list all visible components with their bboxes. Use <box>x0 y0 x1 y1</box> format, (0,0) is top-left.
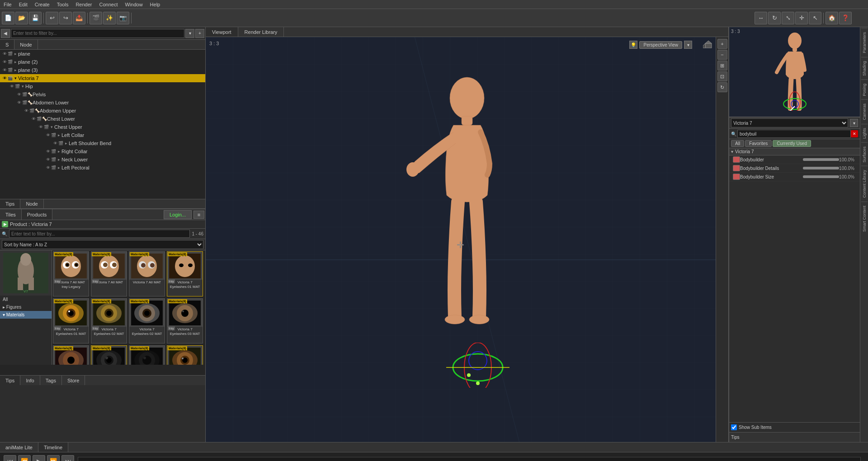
tab-scene-s[interactable]: S <box>0 40 14 49</box>
prod-cat-figures[interactable]: ▸ Figures <box>0 303 52 311</box>
grid-item-12[interactable]: Materials(8) <box>167 345 203 365</box>
menu-tools[interactable]: Tools <box>53 2 72 7</box>
menu-edit[interactable]: Edit <box>15 2 31 7</box>
tree-item-plane3[interactable]: 👁 🎬 ▸ plane (3) <box>0 66 205 74</box>
tab-cameras-vert[interactable]: Cameras <box>861 99 868 124</box>
rotate-btn[interactable]: ↻ <box>768 12 781 24</box>
publish-btn[interactable]: 📤 <box>73 12 85 24</box>
tree-item-chest-lower[interactable]: 👁 🎬 🦴 Chest Lower <box>0 115 205 123</box>
render-btn[interactable]: 🎬 <box>90 12 102 24</box>
grid-item-6[interactable]: Materials(8) <box>91 298 127 343</box>
iray-btn[interactable]: ✨ <box>103 12 116 24</box>
tab-tags[interactable]: Tags <box>40 376 62 385</box>
timeline-track[interactable] <box>78 457 861 461</box>
menu-render[interactable]: Render <box>72 2 95 7</box>
help-btn[interactable]: ❓ <box>839 12 852 24</box>
frame-all-btn[interactable]: ⊡ <box>717 71 727 81</box>
vp-tab-viewport[interactable]: Viewport <box>206 27 238 37</box>
filter-all-btn[interactable]: All <box>731 140 744 147</box>
tl-next-btn[interactable]: ⏩ <box>47 455 60 461</box>
menu-window[interactable]: Window <box>121 2 146 7</box>
param-slider[interactable] <box>803 175 839 178</box>
tree-item-chest-upper[interactable]: 👁 🎬 ▾ Chest Upper <box>0 123 205 131</box>
grid-item-8[interactable]: Materials(8) <box>167 298 203 343</box>
prod-cat-all[interactable]: All <box>0 296 52 303</box>
menu-help[interactable]: Help <box>146 2 164 7</box>
tl-start-btn[interactable]: ⏮ <box>4 455 16 461</box>
zoom-out-btn[interactable]: − <box>717 50 727 60</box>
translate-btn[interactable]: ↔ <box>755 12 767 24</box>
param-slider[interactable] <box>803 167 839 169</box>
tree-item-abdomen-upper[interactable]: 👁 🎬 🦴 Abdomen Upper <box>0 107 205 115</box>
victoria7-section-header[interactable]: ▾ Victoria 7 <box>729 148 860 155</box>
tree-item-plane2[interactable]: 👁 🎬 ▸ plane (2) <box>0 58 205 66</box>
tl-end-btn[interactable]: ⏭ <box>61 455 74 461</box>
tree-item-left-collar[interactable]: 👁 🎬 ▸ Left Collar <box>0 131 205 139</box>
tab-content-vert[interactable]: Content Library <box>861 166 868 202</box>
home-btn[interactable]: 🏠 <box>826 12 838 24</box>
show-sub-items-checkbox[interactable] <box>731 424 737 430</box>
orbit-btn[interactable]: ↻ <box>717 82 727 92</box>
tree-item-neck-lower[interactable]: 👁 🎬 ▸ Neck Lower <box>0 155 205 164</box>
login-button[interactable]: Login... <box>164 210 192 219</box>
tree-item-victoria7[interactable]: 👁 🎬 ▾ Victoria 7 <box>0 74 205 82</box>
grid-item-4[interactable]: Materials(8) Iray <box>167 251 203 296</box>
tl-tab-animate[interactable]: aniMate Lite <box>0 442 38 452</box>
sort-select[interactable]: Sort by Name : A to Z Sort by Name : Z t… <box>2 240 203 249</box>
nav-cube-btn[interactable] <box>703 40 712 49</box>
tab-info[interactable]: Info <box>20 376 40 385</box>
tl-prev-btn[interactable]: ⏪ <box>18 455 31 461</box>
params-search-input[interactable] <box>737 130 851 138</box>
filter-favorites-btn[interactable]: Favorites <box>745 140 772 147</box>
subject-dropdown-icon[interactable]: ▾ <box>850 119 858 127</box>
grid-item-2[interactable]: Materials(8) <box>91 251 127 296</box>
open-file-btn[interactable]: 📂 <box>15 12 28 24</box>
scene-filter-settings[interactable]: ▾ <box>185 29 194 38</box>
menu-connect[interactable]: Connect <box>96 2 122 7</box>
tab-products[interactable]: Products <box>22 209 52 220</box>
tab-surfaces-vert[interactable]: Surfaces <box>861 142 868 166</box>
tree-item-left-shoulder[interactable]: 👁 🎬 ▸ Left Shoulder Bend <box>0 139 205 147</box>
tab-tips-bottom[interactable]: Tips <box>0 376 20 385</box>
save-btn[interactable]: 💾 <box>29 12 42 24</box>
undo-btn[interactable]: ↩ <box>46 12 58 24</box>
viewport-3d[interactable]: 3 : 3 💡 Perspective View ▾ + − ⊞ <box>206 37 728 442</box>
tab-smart-vert[interactable]: Smart Content <box>861 202 868 235</box>
grid-item-9[interactable]: Materials(8) Victoria 7Eyela <box>53 345 89 365</box>
scene-filter-arrow[interactable]: ◀ <box>1 29 10 38</box>
dropdown-icon[interactable]: ▾ <box>684 41 692 49</box>
zoom-in-btn[interactable]: + <box>717 39 727 49</box>
grid-item-11[interactable]: Materials(8) <box>129 345 165 365</box>
scene-filter-input[interactable] <box>11 29 184 38</box>
products-filter-input[interactable] <box>9 230 190 238</box>
tab-tips[interactable]: Tips <box>0 199 20 208</box>
tab-shading-vert[interactable]: Shading <box>861 57 868 80</box>
panel-options-btn[interactable]: ≡ <box>193 211 204 219</box>
tree-item-pelvis[interactable]: 👁 🎬 🦴 Pelvis <box>0 90 205 99</box>
param-bodybuilder-size[interactable]: Bodybuilder Size 100.0% <box>729 173 860 181</box>
grid-item-10[interactable]: Materials(8) <box>91 345 127 365</box>
tree-item-plane[interactable]: 👁 🎬 ▸ plane <box>0 50 205 58</box>
universal-btn[interactable]: ✛ <box>795 12 808 24</box>
params-search-clear[interactable]: ✕ <box>851 130 858 137</box>
tab-tiles[interactable]: Tiles <box>0 209 22 220</box>
param-bodybuilder[interactable]: Bodybuilder 100.0% <box>729 155 860 164</box>
tree-item-hip[interactable]: 👁 🎬 ▾ Hip <box>0 82 205 90</box>
tree-item-right-collar[interactable]: 👁 🎬 ▸ Right Collar <box>0 147 205 155</box>
tab-parameters-vert[interactable]: Parameters <box>861 28 868 57</box>
grid-item-7[interactable]: Materials(8) <box>129 298 165 343</box>
filter-current-btn[interactable]: Currently Used <box>773 140 811 147</box>
scene-filter-add[interactable]: + <box>195 29 204 38</box>
param-slider[interactable] <box>803 158 839 161</box>
tab-scene-node[interactable]: Node <box>14 40 38 49</box>
menu-file[interactable]: File <box>0 2 15 7</box>
camera-btn[interactable]: 📷 <box>117 12 129 24</box>
tab-store[interactable]: Store <box>62 376 85 385</box>
grid-item-1[interactable]: Materials(8) <box>53 251 89 296</box>
vp-tab-render[interactable]: Render Library <box>238 27 284 37</box>
prod-cat-materials[interactable]: ▾ Materials <box>0 311 52 319</box>
new-file-btn[interactable]: 📄 <box>2 12 14 24</box>
fit-btn[interactable]: ⊞ <box>717 61 727 71</box>
tab-node[interactable]: Node <box>20 199 43 208</box>
param-bodybuilder-details[interactable]: Bodybuilder Details 100.0% <box>729 164 860 173</box>
